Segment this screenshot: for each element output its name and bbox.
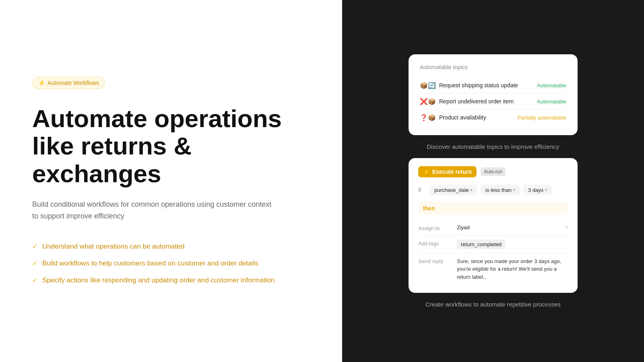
condition-value-pill[interactable]: 3 days ▾ (523, 185, 552, 195)
checklist-item-0: ✓ Understand what operations can be auto… (32, 242, 310, 251)
workflow-card: ⚡ Execute return Auto-run if purchase_da… (409, 158, 578, 293)
workflow-title-text: Execute return (432, 169, 472, 175)
actions-list: Assign to Ziyad ▾ Add tags return_comple… (418, 220, 568, 285)
condition-value-text: 3 days (528, 187, 543, 193)
heading-line2: like returns & exchanges (32, 132, 192, 187)
op-chevron-icon: ▾ (513, 188, 515, 192)
value-chevron-icon: ▾ (545, 188, 547, 192)
action-value-2: Sure, since you made your order 3 days a… (457, 258, 561, 280)
top-caption: Discover automatable topics to improve e… (427, 143, 559, 150)
topic-icons-2: ❓📦 (420, 114, 436, 121)
assign-row: Ziyad ▾ (457, 224, 568, 230)
workflow-title-icon: ⚡ (423, 169, 430, 175)
automatable-topics-card: Automatable topics 📦🔄 Request shipping s… (409, 54, 578, 135)
action-label-2: Send reply (418, 257, 450, 264)
topic-row-1: ❌📦 Report undelivered order item Automat… (420, 94, 566, 110)
condition-op-value: is less than (485, 187, 512, 193)
action-value-container-0: Ziyad ▾ (457, 224, 568, 230)
topic-icons-0: 📦🔄 (420, 82, 436, 89)
condition-if-label: if (418, 187, 426, 193)
condition-field-value: purchase_date (434, 187, 469, 193)
check-icon-0: ✓ (32, 243, 37, 250)
topic-status-1: Automatable (537, 99, 566, 105)
action-row-2: Send reply Sure, since you made your ord… (418, 253, 568, 285)
checklist-text-2: Specify actions like responding and upda… (42, 276, 275, 285)
badge-icon: ⚡ (38, 80, 45, 86)
condition-op-pill[interactable]: is less than ▾ (481, 185, 520, 195)
action-value-1: return_completed (457, 240, 506, 249)
checklist-text-0: Understand what operations can be automa… (42, 242, 184, 251)
topic-name-1: Report undelivered order item (439, 98, 514, 105)
then-row: then (418, 202, 568, 215)
topic-row-2: ❓📦 Product availability Partially automa… (420, 110, 566, 125)
right-panel: Automatable topics 📦🔄 Request shipping s… (342, 0, 644, 362)
checklist: ✓ Understand what operations can be auto… (32, 242, 310, 285)
badge-text: Automate Workflows (47, 80, 99, 86)
topic-name-2: Product availability (439, 114, 486, 121)
assign-chevron-icon: ▾ (566, 224, 568, 230)
workflow-header: ⚡ Execute return Auto-run (418, 166, 568, 177)
topic-left-2: ❓📦 Product availability (420, 114, 486, 121)
checklist-item-1: ✓ Build workflows to help customers base… (32, 259, 310, 268)
condition-row: if purchase_date ▾ is less than ▾ 3 days… (418, 185, 568, 195)
check-icon-2: ✓ (32, 276, 37, 284)
action-row-0: Assign to Ziyad ▾ (418, 220, 568, 236)
action-label-1: Add tags (418, 240, 450, 247)
action-value-container-1: return_completed (457, 240, 568, 249)
heading-line1: Automate operations (32, 105, 282, 132)
checklist-text-1: Build workflows to help customers based … (42, 259, 258, 268)
action-value-container-2: Sure, since you made your order 3 days a… (457, 257, 568, 281)
action-row-1: Add tags return_completed (418, 236, 568, 253)
topics-list: 📦🔄 Request shipping status update Automa… (420, 78, 566, 125)
action-value-0: Ziyad (457, 224, 566, 230)
topic-status-0: Automatable (537, 82, 566, 88)
main-heading: Automate operations like returns & excha… (32, 105, 310, 187)
check-icon-1: ✓ (32, 259, 37, 267)
sub-text: Build conditional workflows for common o… (32, 199, 274, 222)
workflow-title-badge: ⚡ Execute return (418, 166, 477, 177)
field-chevron-icon: ▾ (471, 188, 473, 192)
checklist-item-2: ✓ Specify actions like responding and up… (32, 276, 310, 285)
left-panel: ⚡ Automate Workflows Automate operations… (0, 0, 342, 362)
topic-name-0: Request shipping status update (439, 82, 518, 88)
topic-status-2: Partially automatable (518, 115, 566, 121)
topic-left-0: 📦🔄 Request shipping status update (420, 82, 518, 89)
topic-icons-1: ❌📦 (420, 98, 436, 105)
topic-row-0: 📦🔄 Request shipping status update Automa… (420, 78, 566, 94)
card-title: Automatable topics (420, 64, 566, 70)
bottom-caption: Create workflows to automate repetitive … (425, 301, 561, 308)
auto-run-badge: Auto-run (481, 167, 506, 176)
badge: ⚡ Automate Workflows (32, 77, 105, 89)
condition-field-pill[interactable]: purchase_date ▾ (429, 185, 477, 195)
action-label-0: Assign to (418, 224, 450, 231)
topic-left-1: ❌📦 Report undelivered order item (420, 98, 514, 105)
